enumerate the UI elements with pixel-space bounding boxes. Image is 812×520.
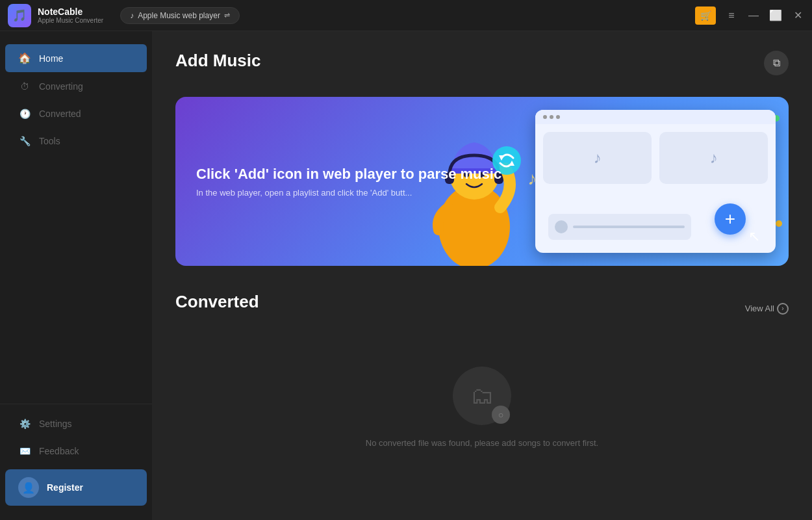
- converted-title: Converted: [175, 292, 259, 312]
- app-name-block: NoteCable Apple Music Converter: [38, 6, 103, 24]
- maximize-button[interactable]: ⬜: [769, 9, 782, 21]
- view-all-label: View All: [745, 304, 774, 313]
- empty-state-icon: 🗂 ○: [453, 367, 511, 425]
- sidebar-feedback-label: Feedback: [39, 446, 79, 456]
- app-subtitle: Apple Music Converter: [38, 17, 103, 24]
- expand-icon: ⧉: [773, 57, 780, 69]
- banner-text: Click 'Add' icon in web player to parse …: [196, 166, 501, 198]
- app-logo-icon: 🎵: [12, 8, 27, 23]
- register-label: Register: [47, 482, 83, 493]
- mock-ui-panel: ♪ ♪ + ↖: [535, 110, 776, 253]
- register-button[interactable]: 👤 Register: [5, 469, 147, 506]
- sidebar-item-converted[interactable]: 🕐 Converted: [5, 101, 147, 127]
- title-bar: 🎵 NoteCable Apple Music Converter ♪ Appl…: [0, 0, 812, 31]
- dot-yellow: [776, 220, 782, 227]
- mock-music-item-2: ♪: [659, 132, 768, 184]
- sidebar-converting-label: Converting: [39, 81, 83, 92]
- tab-bar: ♪ Apple Music web player ⇌: [120, 7, 240, 24]
- mock-dot-1: [543, 115, 547, 119]
- tab-music-icon: ♪: [130, 11, 134, 20]
- mock-play-dot: [555, 220, 568, 233]
- mock-panel-body: ♪ ♪: [535, 124, 776, 192]
- title-bar-left: 🎵 NoteCable Apple Music Converter ♪ Appl…: [8, 4, 240, 27]
- sidebar-converted-label: Converted: [39, 109, 81, 119]
- converted-icon: 🕐: [18, 109, 31, 119]
- mock-dot-2: [550, 115, 553, 119]
- sidebar-item-settings[interactable]: ⚙️ Settings: [5, 411, 147, 437]
- sidebar-bottom: ⚙️ Settings ✉️ Feedback 👤 Register: [0, 404, 152, 514]
- folder-badge: ○: [492, 406, 510, 424]
- mock-play-row: [548, 214, 691, 240]
- avatar-icon: 👤: [22, 482, 35, 494]
- tab-pin-icon: ⇌: [224, 11, 230, 20]
- tools-icon: 🔧: [18, 136, 31, 146]
- sidebar-settings-label: Settings: [39, 419, 72, 429]
- sidebar-item-feedback[interactable]: ✉️ Feedback: [5, 438, 147, 464]
- close-button[interactable]: ✕: [791, 9, 804, 21]
- view-all-button[interactable]: View All ›: [745, 303, 789, 315]
- view-all-arrow-icon: ›: [777, 303, 789, 315]
- settings-icon: ⚙️: [18, 419, 31, 429]
- mock-music-item-1: ♪: [543, 132, 652, 184]
- mock-cursor-icon: ↖: [748, 228, 760, 245]
- register-avatar: 👤: [18, 477, 39, 498]
- mock-play-line: [573, 226, 685, 228]
- banner-subtext: In the web player, open a playlist and c…: [196, 188, 443, 198]
- sidebar-tools-label: Tools: [39, 136, 60, 146]
- feedback-icon: ✉️: [18, 446, 31, 456]
- mock-dot-3: [556, 115, 560, 119]
- converted-section-header: Converted View All ›: [175, 292, 789, 325]
- folder-icon: 🗂: [470, 382, 494, 410]
- cart-icon: 🛒: [700, 10, 711, 21]
- add-music-header: Add Music ⧉: [175, 51, 789, 84]
- app-logo: 🎵: [8, 4, 31, 27]
- main-layout: 🏠 Home ⏱ Converting 🕐 Converted 🔧 Tools …: [0, 31, 812, 520]
- sidebar-item-tools[interactable]: 🔧 Tools: [5, 128, 147, 154]
- menu-icon[interactable]: ≡: [725, 10, 738, 21]
- add-music-banner: + Click 'Add' icon in web player to pars…: [175, 97, 789, 266]
- converting-icon: ⏱: [18, 81, 31, 92]
- empty-state-text: No converted file was found, please add …: [366, 438, 598, 448]
- sidebar: 🏠 Home ⏱ Converting 🕐 Converted 🔧 Tools …: [0, 31, 152, 520]
- sidebar-item-home[interactable]: 🏠 Home: [5, 44, 147, 72]
- sidebar-nav: 🏠 Home ⏱ Converting 🕐 Converted 🔧 Tools: [0, 38, 152, 404]
- expand-button[interactable]: ⧉: [764, 51, 789, 75]
- tab-label: Apple Music web player: [138, 11, 220, 20]
- apple-music-tab[interactable]: ♪ Apple Music web player ⇌: [120, 7, 240, 24]
- add-music-title: Add Music: [175, 51, 260, 71]
- minimize-button[interactable]: —: [747, 10, 760, 21]
- home-icon: 🏠: [18, 52, 31, 64]
- banner-heading: Click 'Add' icon in web player to parse …: [196, 166, 501, 183]
- sidebar-home-label: Home: [39, 53, 63, 64]
- sidebar-item-converting[interactable]: ⏱ Converting: [5, 73, 147, 99]
- mock-add-button: +: [715, 203, 746, 235]
- content-area: Add Music ⧉ + Click 'Add' icon in web pl…: [152, 31, 812, 520]
- folder-badge-icon: ○: [498, 410, 503, 420]
- cart-button[interactable]: 🛒: [695, 6, 716, 25]
- app-name: NoteCable: [38, 6, 103, 17]
- mock-panel-header: [535, 110, 776, 124]
- title-bar-right: 🛒 ≡ — ⬜ ✕: [695, 6, 804, 25]
- empty-state: 🗂 ○ No converted file was found, please …: [175, 341, 789, 487]
